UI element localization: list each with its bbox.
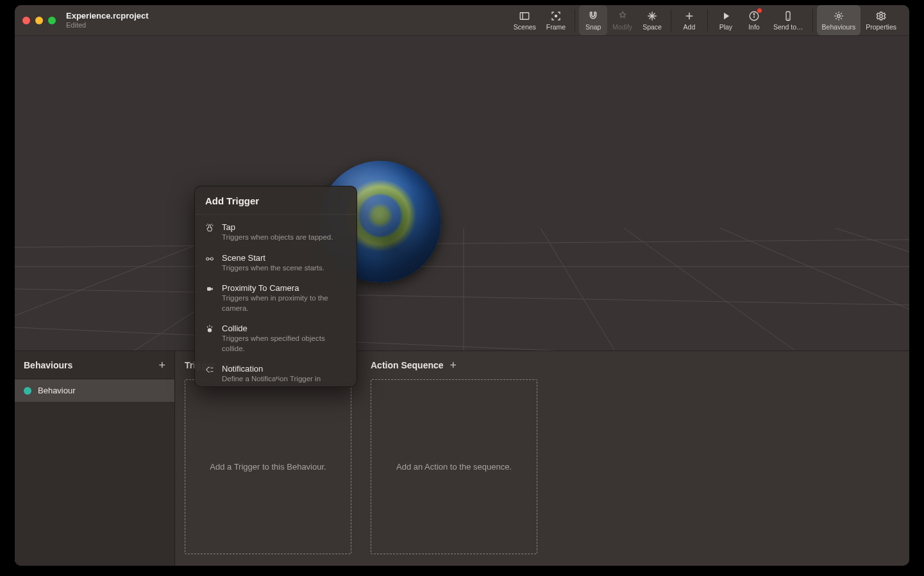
plus-icon [684, 10, 695, 22]
document-status: Edited [66, 21, 149, 29]
trigger-option-tap[interactable]: Tap Triggers when objects are tapped. [195, 217, 357, 248]
toolbar-separator [575, 9, 575, 31]
add-behaviour-button[interactable]: + [158, 359, 165, 371]
behaviours-panel: Behaviours + Behaviour Trigger + [15, 350, 909, 566]
trigger-options-list[interactable]: Tap Triggers when objects are tapped. Sc… [195, 215, 357, 386]
trigger-option-title: Notification [222, 364, 348, 374]
svg-line-14 [15, 327, 909, 350]
scenes-label: Scenes [514, 23, 536, 31]
trigger-dropzone-text: Add a Trigger to this Behaviour. [210, 462, 326, 472]
svg-point-10 [837, 14, 841, 17]
window-close-button[interactable] [22, 17, 30, 24]
gear-icon [875, 10, 887, 22]
notification-icon [204, 365, 215, 376]
frame-label: Frame [546, 23, 566, 31]
svg-point-11 [880, 14, 883, 17]
sendto-button[interactable]: Send to… [768, 5, 809, 35]
add-label: Add [684, 23, 696, 31]
camera-icon [204, 284, 215, 295]
behaviour-item[interactable]: Behaviour [15, 379, 174, 402]
behaviours-icon [833, 10, 844, 22]
add-trigger-popover: Add Trigger Tap Triggers when objects ar… [194, 186, 357, 387]
svg-rect-26 [207, 287, 211, 290]
svg-line-21 [624, 228, 816, 350]
modify-icon [617, 10, 628, 22]
trigger-option-title: Proximity To Camera [222, 283, 348, 293]
trigger-option-collide[interactable]: Collide Triggers when specified objects … [195, 318, 357, 359]
svg-line-23 [836, 228, 909, 350]
collide-icon [204, 324, 215, 336]
space-label: Space [643, 23, 662, 31]
svg-point-25 [210, 258, 213, 260]
behaviours-label: Behaviours [822, 23, 856, 31]
document-title: Experience.rcproject [66, 12, 149, 21]
trigger-option-title: Collide [222, 324, 348, 333]
trigger-option-scene-start[interactable]: Scene Start Triggers when the scene star… [195, 248, 357, 279]
modify-label: Modify [612, 23, 632, 31]
snap-button[interactable]: Snap [579, 5, 607, 35]
sendto-label: Send to… [773, 23, 803, 31]
svg-point-24 [206, 258, 209, 260]
trigger-option-title: Tap [222, 222, 348, 232]
frame-button[interactable]: Frame [541, 5, 571, 35]
trigger-option-title: Scene Start [222, 253, 348, 263]
play-icon [720, 10, 732, 22]
snap-icon [587, 10, 599, 22]
space-icon [646, 10, 658, 22]
toolbar-separator [707, 9, 708, 31]
behaviours-button[interactable]: Behaviours [817, 5, 861, 35]
action-panel: Action Sequence + Add an Action to the s… [361, 351, 547, 566]
scene-start-icon [204, 254, 215, 265]
device-icon [782, 10, 794, 22]
add-action-button[interactable]: + [450, 359, 457, 371]
window-maximize-button[interactable] [48, 17, 56, 24]
titlebar: Experience.rcproject Edited Scenes Frame [15, 5, 909, 36]
play-button[interactable]: Play [712, 5, 740, 35]
scenes-button[interactable]: Scenes [508, 5, 541, 35]
trigger-option-desc: Triggers when objects are tapped. [222, 233, 348, 243]
window-minimize-button[interactable] [35, 17, 43, 24]
trigger-option-desc: Define a Notification Trigger in [222, 374, 348, 384]
trigger-option-desc: Triggers when in proximity to the camera… [222, 293, 348, 313]
trigger-option-proximity[interactable]: Proximity To Camera Triggers when in pro… [195, 278, 357, 318]
toolbar: Scenes Frame Snap Modify [508, 5, 902, 35]
frame-icon [550, 10, 562, 22]
traffic-lights [22, 17, 56, 24]
tap-icon [204, 223, 215, 235]
app-window: Experience.rcproject Edited Scenes Frame [15, 5, 909, 566]
properties-button[interactable]: Properties [861, 5, 902, 35]
svg-line-22 [720, 228, 909, 350]
behaviour-list: Behaviour [15, 379, 174, 566]
sidebar-title: Behaviours [24, 360, 72, 370]
main-area: Behaviours + Behaviour Trigger + [15, 36, 909, 566]
play-label: Play [719, 23, 732, 31]
behaviours-sidebar: Behaviours + Behaviour [15, 351, 175, 566]
trigger-option-desc: Triggers when specified objects collide. [222, 334, 348, 354]
add-button[interactable]: Add [675, 5, 703, 35]
info-icon [748, 10, 760, 22]
toolbar-separator [671, 9, 671, 31]
trigger-option-desc: Triggers when the scene starts. [222, 263, 348, 274]
sidebar-header: Behaviours + [15, 351, 174, 379]
info-label: Info [748, 23, 760, 31]
svg-line-13 [15, 289, 909, 305]
action-dropzone-text: Add an Action to the sequence. [396, 462, 512, 472]
trigger-option-notification[interactable]: Notification Define a Notification Trigg… [195, 359, 357, 386]
3d-viewport[interactable] [15, 36, 909, 350]
svg-point-7 [753, 13, 755, 15]
notification-badge [757, 8, 762, 13]
toolbar-separator [812, 9, 813, 31]
grid-plane [15, 36, 909, 350]
action-dropzone[interactable]: Add an Action to the sequence. [371, 379, 537, 554]
trigger-dropzone[interactable]: Add a Trigger to this Behaviour. [185, 379, 351, 554]
popover-title: Add Trigger [205, 195, 346, 206]
behaviour-color-dot [24, 387, 31, 395]
space-button[interactable]: Space [637, 5, 667, 35]
svg-line-15 [15, 240, 909, 247]
behaviour-item-label: Behaviour [38, 386, 76, 395]
scenes-icon [519, 10, 530, 22]
info-button[interactable]: Info [740, 5, 768, 35]
snap-label: Snap [585, 23, 601, 31]
modify-button[interactable]: Modify [607, 5, 637, 35]
svg-line-20 [541, 228, 624, 350]
